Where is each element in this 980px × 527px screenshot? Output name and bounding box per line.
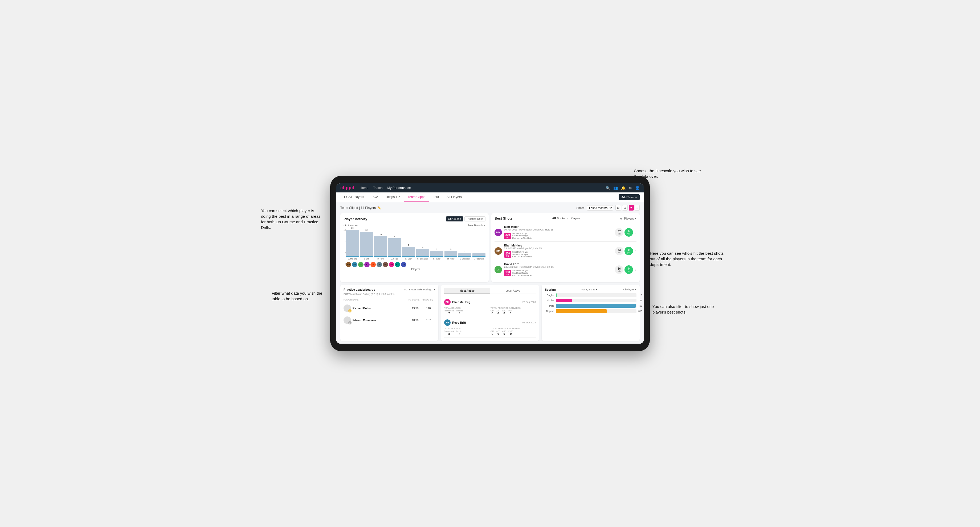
avatar-0: BM [346, 262, 351, 267]
lb-rank-badge-0: 1 [348, 309, 352, 313]
scoring-card: Scoring Par 3, 4 & 5s ▾ All Players ▾ [542, 285, 640, 341]
view-heart-button[interactable]: ♥ [629, 205, 634, 211]
bar-rect-9 [473, 253, 485, 257]
shot-arrow-1[interactable]: › [635, 249, 636, 253]
most-active-tab[interactable]: Most Active [444, 288, 490, 294]
scoring-title: Scoring [545, 288, 556, 291]
tab-all-players[interactable]: All Players [443, 192, 466, 202]
shot-meta-0: 09 Jun 2023 · Royal North Devon GC, Hole… [504, 229, 613, 231]
lb-filter-label: PUTT Must Make Putting ... [404, 288, 433, 291]
active-player-1: RB Rees Britt 02 Sep 2023 Total Rounds T… [444, 317, 536, 338]
shots-header: Best Shots All Shots ▾ Players All Playe… [495, 216, 636, 221]
tablet-screen: clippd Home Teams My Performance 🔍 👥 🔔 ⊕… [336, 183, 644, 344]
view-grid3-button[interactable]: ⊟ [622, 205, 628, 211]
bar-val-9: 2 [478, 250, 479, 252]
shots-tab-all-shots[interactable]: All Shots [552, 217, 565, 220]
active-app-1: APP 0 [496, 330, 500, 335]
bar-lbl-2: D. Ford [377, 258, 383, 260]
least-active-tab[interactable]: Least Active [490, 288, 536, 294]
chart-header: On Course Total Rounds ▾ [344, 224, 485, 227]
practice-drills-toggle[interactable]: Practice Drills [465, 216, 485, 221]
shot-stats-1: 43 yds 0 yds [615, 247, 633, 255]
edit-icon[interactable]: ✏️ [377, 206, 381, 210]
lb-score-0: 19/20 [409, 307, 422, 310]
active-player-header-0: BM Blair McHarg 26 Aug 2023 [444, 299, 536, 305]
shot-arrow-2[interactable]: › [635, 268, 636, 272]
y-axis: 15 10 5 0 [344, 229, 346, 271]
active-tournament-0: Tournament 7 [444, 310, 454, 315]
add-team-button[interactable]: Add Team + [619, 194, 640, 200]
shot-item-1: BM Blair McHarg 23 Jul 2023 · Ashridge G… [495, 242, 636, 260]
shots-tabs: All Shots ▾ Players [552, 217, 580, 220]
lb-avatar-1: 2 [344, 316, 351, 324]
tab-tour[interactable]: Tour [429, 192, 443, 202]
bar-rect-0 [346, 230, 359, 257]
avatar-1: BB [352, 262, 357, 267]
bar-robertson: 2 L. Robertson [473, 250, 485, 260]
show-label: Show: [576, 206, 584, 210]
x-axis-label: Players [346, 268, 485, 271]
content-area: Team Clippd | 14 Players ✏️ Show: Last 3… [336, 202, 644, 344]
bar-coles: 9 J. Coles [388, 235, 401, 260]
shots-filter[interactable]: All Players ▾ [620, 217, 636, 220]
nav-teams[interactable]: Teams [373, 186, 382, 190]
bar-lbl-0: B. McHarg [348, 258, 357, 260]
user-avatar-icon[interactable]: 👤 [635, 186, 640, 190]
tab-pgat-players[interactable]: PGAT Players [340, 192, 368, 202]
y-tick-15: 15 [344, 229, 346, 231]
shot-stat-end-0: 0 yds [625, 228, 633, 237]
bar-val-1: 12 [365, 229, 368, 231]
shot-info-0: Matt Miller 09 Jun 2023 · Royal North De… [504, 225, 613, 239]
score-row-birdies: Birdies 96 [545, 298, 636, 302]
shot-detail-1: 200 SG Shot Dist: 43 yds Start Lie: Roug… [504, 251, 613, 258]
score-val-eagles: 3 [641, 294, 642, 297]
shot-badge-1: 200 SG [504, 251, 511, 258]
score-val-pars: 499 [638, 305, 642, 307]
lb-title: Practice Leaderboards [344, 288, 375, 291]
shots-filter-arrow: ▾ [635, 217, 636, 220]
view-grid2-button[interactable]: ⊞ [616, 205, 621, 211]
show-select[interactable]: Last 3 months [587, 205, 613, 211]
bar-rect-8 [458, 253, 471, 257]
shot-stat-end-2: 0 yds [625, 265, 633, 274]
scoring-all-filter[interactable]: All Players ▾ [623, 288, 636, 291]
chart-filter-label: Total Rounds [468, 224, 483, 227]
active-gtt-0: GTT 0 [490, 310, 494, 315]
active-tournament-1: Tournament 8 [444, 330, 454, 335]
bell-icon[interactable]: 🔔 [621, 186, 625, 190]
shot-arrow-0[interactable]: › [635, 230, 636, 235]
users-icon[interactable]: 👥 [613, 186, 618, 190]
team-name-row: Team Clippd | 14 Players ✏️ [340, 206, 381, 210]
lb-filter[interactable]: PUTT Must Make Putting ... ▾ [404, 288, 435, 291]
on-course-toggle[interactable]: On Course [446, 216, 463, 221]
view-bars-button[interactable]: ≡ [635, 205, 640, 211]
nav-links: Home Teams My Performance [360, 186, 600, 190]
lb-header: Practice Leaderboards PUTT Must Make Put… [344, 288, 435, 291]
score-label-birdies: Birdies [545, 299, 554, 302]
shot-desc-1: Shot Dist: 43 yds Start Lie: Rough End L… [512, 251, 532, 258]
shot-avatar-2: DF [495, 266, 502, 273]
tab-pga[interactable]: PGA [368, 192, 382, 202]
shots-tab-players[interactable]: Players [571, 217, 581, 220]
active-rounds-vals-0: Tournament 7 Practice 6 [444, 310, 490, 315]
toggle-btns: On Course Practice Drills [446, 216, 485, 221]
tab-hcaps[interactable]: Hcaps 1-5 [382, 192, 404, 202]
nav-my-performance[interactable]: My Performance [387, 186, 410, 190]
lb-avg-0: 110 [422, 307, 435, 310]
active-date-1: 02 Sep 2023 [522, 321, 536, 324]
scoring-par-filter[interactable]: Par 3, 4 & 5s ▾ [581, 288, 597, 291]
nav-home[interactable]: Home [360, 186, 368, 190]
bar-rect-2 [374, 236, 387, 257]
lb-player-name-0: Richard Butler [353, 307, 371, 310]
nav-logo: clippd [340, 186, 355, 190]
active-practice-vals-1: GTT 0 APP 0 ARG [490, 330, 536, 335]
plus-circle-icon[interactable]: ⊕ [629, 186, 632, 190]
lb-subtitle: PUTT Must Make Putting (3-6 ft), Last 3 … [344, 293, 435, 295]
shot-meta-1: 23 Jul 2023 · Ashridge GC, Hole 15 [504, 247, 613, 250]
tab-team-clippd[interactable]: Team Clippd [404, 192, 429, 202]
shot-desc-0: Shot Dist: 67 yds Start Lie: Rough End L… [512, 232, 532, 239]
shot-stats-2: 16 yds 0 yds [615, 265, 633, 274]
lb-col-score: PB SCORE [409, 298, 422, 301]
chart-filter[interactable]: Total Rounds ▾ [468, 224, 485, 227]
search-icon[interactable]: 🔍 [606, 186, 610, 190]
